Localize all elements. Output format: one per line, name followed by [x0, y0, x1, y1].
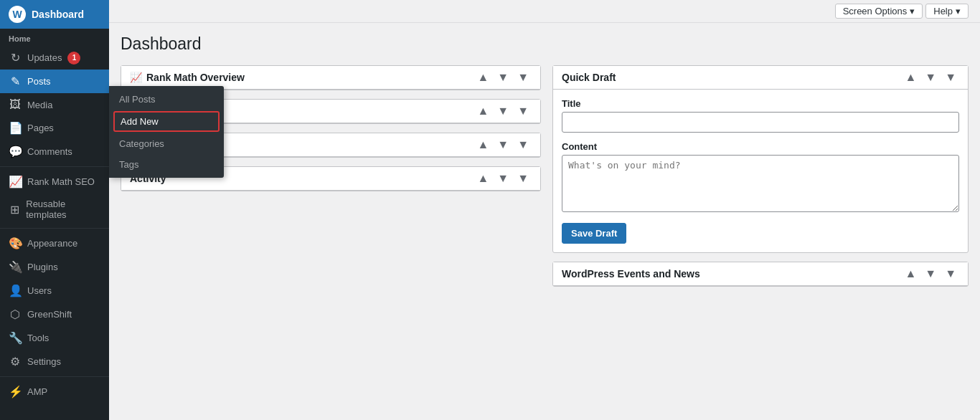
- appearance-icon: 🎨: [9, 237, 22, 250]
- sidebar-item-label: Comments: [27, 146, 72, 157]
- save-draft-button[interactable]: Save Draft: [562, 223, 626, 244]
- title-input[interactable]: [562, 112, 959, 133]
- help-button[interactable]: Help ▾: [925, 4, 969, 19]
- tools-icon: 🔧: [9, 331, 22, 345]
- sidebar-item-label: Rank Math SEO: [27, 176, 95, 187]
- sidebar-dashboard-label: Dashboard: [32, 9, 84, 20]
- page-title: Dashboard: [121, 34, 969, 54]
- divider-3: [0, 376, 109, 377]
- panel3-collapse-up[interactable]: ▲: [474, 139, 491, 151]
- wp-events-title: WordPress Events and News: [562, 268, 700, 280]
- panel-collapse-up-button[interactable]: ▲: [474, 72, 491, 83]
- title-form-group: Title: [562, 98, 959, 133]
- sidebar: W Dashboard Home ↻ Updates 1 ✎ Posts 🖼 M…: [0, 0, 109, 420]
- panel-controls-activity: ▲ ▼ ▼: [474, 173, 532, 184]
- quick-draft-controls: ▲ ▼ ▼: [902, 72, 959, 83]
- activity-toggle[interactable]: ▼: [514, 173, 532, 184]
- help-label: Help: [933, 6, 953, 16]
- panel2-toggle[interactable]: ▼: [514, 105, 532, 117]
- rank-math-panel-icon: 📈: [130, 72, 142, 83]
- plugins-icon: 🔌: [9, 260, 22, 274]
- panel2-collapse-down[interactable]: ▼: [494, 105, 512, 117]
- updates-badge: 1: [67, 52, 80, 65]
- panel-controls-2: ▲ ▼ ▼: [474, 105, 532, 117]
- sidebar-item-label: Pages: [27, 123, 54, 133]
- submenu-item-tags[interactable]: Tags: [109, 154, 224, 175]
- title-label: Title: [562, 98, 959, 109]
- main-content: Screen Options ▾ Help ▾ Dashboard 📈 Rank…: [109, 0, 980, 420]
- sidebar-item-reusable-templates[interactable]: ⊞ Reusable templates: [0, 194, 109, 225]
- quick-draft-panel: Quick Draft ▲ ▼ ▼ Title Cont: [552, 65, 969, 253]
- sidebar-item-appearance[interactable]: 🎨 Appearance: [0, 232, 109, 255]
- sidebar-item-label: Plugins: [27, 262, 58, 272]
- panel2-collapse-up[interactable]: ▲: [474, 105, 491, 117]
- submenu-item-categories[interactable]: Categories: [109, 133, 224, 154]
- help-chevron: ▾: [956, 6, 961, 16]
- wp-logo[interactable]: W Dashboard: [0, 0, 109, 29]
- quick-draft-title: Quick Draft: [562, 72, 616, 83]
- rank-math-icon: 📈: [9, 175, 22, 188]
- sidebar-item-rank-math-seo[interactable]: 📈 Rank Math SEO: [0, 170, 109, 194]
- content-textarea[interactable]: [562, 155, 959, 212]
- panel3-toggle[interactable]: ▼: [514, 139, 532, 151]
- panel-controls-3: ▲ ▼ ▼: [474, 139, 532, 151]
- quick-draft-body: Title Content Save Draft: [553, 90, 968, 252]
- sidebar-item-label: Posts: [27, 76, 51, 87]
- wp-events-collapse-down[interactable]: ▼: [922, 268, 939, 280]
- comments-icon: 💬: [9, 145, 22, 158]
- sidebar-item-pages[interactable]: 📄 Pages: [0, 116, 109, 140]
- sidebar-item-plugins[interactable]: 🔌 Plugins: [0, 255, 109, 279]
- sidebar-item-label: Appearance: [27, 238, 77, 249]
- wp-events-header: WordPress Events and News ▲ ▼ ▼: [553, 262, 968, 286]
- sidebar-item-settings[interactable]: ⚙ Settings: [0, 350, 109, 373]
- panel3-collapse-down[interactable]: ▼: [494, 139, 512, 151]
- quick-draft-collapse-down[interactable]: ▼: [922, 72, 939, 83]
- wp-events-toggle[interactable]: ▼: [942, 268, 959, 280]
- screen-options-chevron: ▾: [910, 6, 915, 16]
- quick-draft-collapse-up[interactable]: ▲: [902, 72, 919, 83]
- sidebar-item-label: Settings: [27, 356, 61, 367]
- sidebar-item-label: GreenShift: [27, 309, 72, 320]
- wp-events-collapse-up[interactable]: ▲: [902, 268, 919, 280]
- sidebar-item-label: Tools: [27, 333, 49, 343]
- sidebar-item-tools[interactable]: 🔧 Tools: [0, 326, 109, 350]
- pages-icon: 📄: [9, 121, 22, 135]
- settings-icon: ⚙: [9, 355, 22, 368]
- panel-collapse-down-button[interactable]: ▼: [494, 72, 512, 83]
- users-icon: 👤: [9, 284, 22, 297]
- greenshift-icon: ⬡: [9, 307, 22, 321]
- submenu-item-all-posts[interactable]: All Posts: [109, 89, 224, 110]
- panels-container: 📈 Rank Math Overview ▲ ▼ ▼: [121, 65, 969, 409]
- right-panel-column: Quick Draft ▲ ▼ ▼ Title Cont: [552, 65, 969, 409]
- sidebar-item-users[interactable]: 👤 Users: [0, 279, 109, 302]
- activity-collapse-up[interactable]: ▲: [474, 173, 491, 184]
- activity-collapse-down[interactable]: ▼: [494, 173, 512, 184]
- sidebar-item-amp[interactable]: ⚡ AMP: [0, 380, 109, 404]
- rank-math-panel-title: Rank Math Overview: [146, 72, 245, 83]
- media-icon: 🖼: [9, 98, 22, 111]
- sidebar-item-label: Updates: [27, 52, 62, 63]
- updates-icon: ↻: [9, 51, 22, 65]
- sidebar-item-label: Reusable templates: [26, 199, 100, 220]
- posts-submenu: All Posts Add New Categories Tags: [109, 86, 224, 178]
- content-area: Dashboard 📈 Rank Math Overview ▲ ▼ ▼: [109, 23, 980, 420]
- sidebar-item-updates[interactable]: ↻ Updates 1: [0, 46, 109, 70]
- sidebar-item-posts[interactable]: ✎ Posts: [0, 70, 109, 93]
- sidebar-item-greenshift[interactable]: ⬡ GreenShift: [0, 302, 109, 326]
- sidebar-home-label: Home: [0, 29, 109, 46]
- sidebar-item-comments[interactable]: 💬 Comments: [0, 140, 109, 163]
- sidebar-item-label: Media: [27, 100, 52, 110]
- panel-title: 📈 Rank Math Overview: [130, 72, 245, 83]
- screen-options-button[interactable]: Screen Options ▾: [835, 4, 923, 19]
- divider-2: [0, 228, 109, 229]
- panel-toggle-button[interactable]: ▼: [514, 72, 532, 83]
- quick-draft-toggle[interactable]: ▼: [942, 72, 959, 83]
- submenu-item-add-new[interactable]: Add New: [113, 111, 220, 132]
- amp-icon: ⚡: [9, 385, 22, 398]
- posts-icon: ✎: [9, 75, 22, 88]
- wp-events-news-panel: WordPress Events and News ▲ ▼ ▼: [552, 262, 969, 287]
- wordpress-icon: W: [9, 6, 26, 23]
- topbar-right: Screen Options ▾ Help ▾: [835, 4, 969, 19]
- panel-controls: ▲ ▼ ▼: [474, 72, 532, 83]
- sidebar-item-media[interactable]: 🖼 Media: [0, 93, 109, 116]
